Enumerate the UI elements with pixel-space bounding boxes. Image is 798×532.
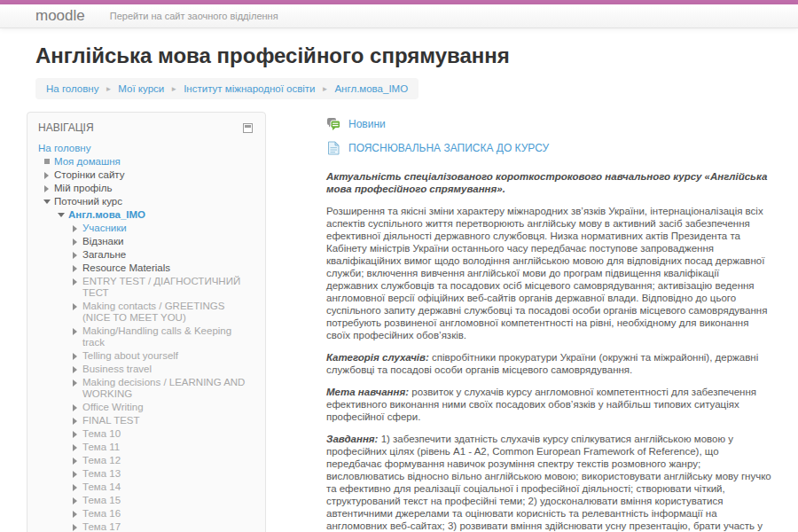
sidebar-item-20[interactable]: Тема 12 xyxy=(38,454,254,467)
sidebar-item-9[interactable]: Resource Materials xyxy=(38,262,254,275)
sidebar: НАВІГАЦІЯ На головнуМоя домашняСторінки … xyxy=(27,112,266,532)
paragraph-lead: Мета навчання: xyxy=(326,387,409,397)
expand-toggle-icon[interactable] xyxy=(72,364,82,375)
breadcrumb: На головну►Мої курси►Інститут міжнародно… xyxy=(35,78,419,99)
expand-toggle-icon[interactable] xyxy=(72,350,82,362)
sidebar-item-label: Making contacts / GREETINGS (NICE TO MEE… xyxy=(82,301,254,324)
news-forum-row: Новини xyxy=(326,117,771,131)
sidebar-item-7[interactable]: Відзнаки xyxy=(38,235,254,248)
sidebar-item-label: Загальне xyxy=(82,249,126,261)
sidebar-item-21[interactable]: Тема 13 xyxy=(38,467,254,481)
syllabus-page-link[interactable]: ПОЯСНЮВАЛЬНА ЗАПИСКА ДО КУРСУ xyxy=(348,142,549,154)
expand-toggle-icon[interactable] xyxy=(72,236,82,247)
breadcrumb-course[interactable]: Англ.мова_IMO xyxy=(334,83,408,94)
sidebar-item-label: Моя домашня xyxy=(54,156,121,168)
page-container: Англійська мова професійного спрямування… xyxy=(0,43,798,532)
sidebar-item-label: Resource Materials xyxy=(82,262,170,274)
sidebar-item-23[interactable]: Тема 15 xyxy=(38,494,254,507)
expand-toggle-icon[interactable] xyxy=(72,468,82,480)
sidebar-item-label: Making decisions / LEARNING AND WORKING xyxy=(82,377,254,400)
sidebar-item-4[interactable]: Поточний курс xyxy=(38,195,254,208)
news-forum-link[interactable]: Новини xyxy=(348,118,386,130)
sidebar-item-8[interactable]: Загальне xyxy=(38,248,254,262)
item-bullet-icon[interactable] xyxy=(43,156,54,168)
expand-toggle-icon[interactable] xyxy=(72,325,82,348)
sidebar-item-label: FINAL TEST xyxy=(82,415,140,426)
sidebar-item-label: Business travel xyxy=(82,364,152,375)
sidebar-item-14[interactable]: Business travel xyxy=(38,363,254,376)
expand-toggle-icon[interactable] xyxy=(43,169,54,181)
moodle-logo[interactable]: moodle xyxy=(35,7,85,25)
course-paragraph: Мета навчання: розвиток у слухачів курсу… xyxy=(326,386,771,423)
expand-toggle-icon[interactable] xyxy=(72,508,82,520)
course-paragraph: Категорія слухачів: співробітники прокур… xyxy=(326,351,771,376)
sidebar-item-label: Тема 13 xyxy=(82,468,121,480)
sidebar-item-16[interactable]: Office Writing xyxy=(38,401,254,414)
sidebar-item-24[interactable]: Тема 16 xyxy=(38,507,254,520)
breadcrumb-home[interactable]: На головну xyxy=(46,83,98,94)
expand-toggle-icon[interactable] xyxy=(72,301,82,324)
sidebar-item-1[interactable]: Моя домашня xyxy=(38,155,254,168)
sidebar-item-label: Making/Handling calls & Keeping track xyxy=(82,325,254,348)
sidebar-item-17[interactable]: FINAL TEST xyxy=(38,414,254,427)
expand-toggle-icon[interactable] xyxy=(72,455,82,466)
sidebar-item-label: Тема 17 xyxy=(82,521,121,532)
sidebar-item-18[interactable]: Тема 10 xyxy=(38,427,254,441)
expand-toggle-icon[interactable] xyxy=(72,223,82,234)
sidebar-item-label: Мій профіль xyxy=(54,183,113,194)
expand-toggle-icon[interactable] xyxy=(72,481,82,493)
expand-toggle-icon[interactable] xyxy=(72,495,82,506)
collapse-toggle-icon[interactable] xyxy=(43,196,54,207)
sidebar-item-label: Поточний курс xyxy=(54,196,122,207)
navigation-block-header: НАВІГАЦІЯ xyxy=(38,121,254,134)
expand-toggle-icon[interactable] xyxy=(72,262,82,274)
dock-block-icon[interactable] xyxy=(243,123,253,133)
expand-toggle-icon[interactable] xyxy=(72,402,82,413)
expand-toggle-icon[interactable] xyxy=(72,521,82,532)
expand-toggle-icon[interactable] xyxy=(72,415,82,426)
expand-toggle-icon[interactable] xyxy=(72,249,82,261)
expand-toggle-icon[interactable] xyxy=(72,428,82,440)
expand-toggle-icon[interactable] xyxy=(43,183,54,194)
breadcrumb-category[interactable]: Інститут міжнародної освіти xyxy=(184,83,315,94)
sidebar-item-label: Тема 11 xyxy=(82,442,120,453)
sidebar-item-19[interactable]: Тема 11 xyxy=(38,441,254,454)
content-layout: НАВІГАЦІЯ На головнуМоя домашняСторінки … xyxy=(27,112,771,532)
sidebar-item-label: Тема 10 xyxy=(82,428,121,440)
sidebar-item-11[interactable]: Making contacts / GREETINGS (NICE TO MEE… xyxy=(38,300,254,325)
page-icon xyxy=(326,141,340,155)
sidebar-item-6[interactable]: Учасники xyxy=(38,222,254,235)
expand-toggle-icon[interactable] xyxy=(72,442,82,453)
sidebar-item-label: Учасники xyxy=(82,223,127,234)
course-paragraph: Розширення та якісні зміни характеру між… xyxy=(326,205,771,341)
external-site-link[interactable]: Перейти на сайт заочного відділення xyxy=(110,11,278,21)
course-summary-text: Актуальність спеціалізованого короткостр… xyxy=(326,170,771,532)
sidebar-item-22[interactable]: Тема 14 xyxy=(38,481,254,494)
sidebar-item-label: Тема 16 xyxy=(82,508,121,520)
sidebar-item-2[interactable]: Сторінки сайту xyxy=(38,168,254,182)
sidebar-item-label: Office Writing xyxy=(82,402,144,413)
breadcrumb-my-courses[interactable]: Мої курси xyxy=(118,83,164,94)
sidebar-item-label: ENTRY TEST / ДІАГНОСТИЧНИЙ ТЕСТ xyxy=(82,276,254,299)
expand-toggle-icon[interactable] xyxy=(72,377,82,400)
sidebar-item-3[interactable]: Мій профіль xyxy=(38,182,254,195)
sidebar-item-15[interactable]: Making decisions / LEARNING AND WORKING xyxy=(38,376,254,401)
course-main-content: Новини ПОЯСНЮВАЛЬНА ЗАПИСКА ДО КУРСУ Акт… xyxy=(291,112,771,532)
sidebar-item-0[interactable]: На головну xyxy=(38,142,254,155)
page-title: Англійська мова професійного спрямування xyxy=(35,43,771,68)
sidebar-item-25[interactable]: Тема 17 xyxy=(38,520,254,532)
sidebar-item-label: Англ.мова_IMO xyxy=(68,209,145,221)
course-paragraph: Завдання: 1) забезпечити здатність слуха… xyxy=(326,433,771,532)
sidebar-item-12[interactable]: Making/Handling calls & Keeping track xyxy=(38,325,254,349)
sidebar-item-label: Відзнаки xyxy=(82,236,123,247)
expand-toggle-icon[interactable] xyxy=(72,276,82,299)
paragraph-lead: Категорія слухачів: xyxy=(326,352,429,363)
syllabus-page-row: ПОЯСНЮВАЛЬНА ЗАПИСКА ДО КУРСУ xyxy=(326,141,771,155)
sidebar-item-5[interactable]: Англ.мова_IMO xyxy=(38,208,254,222)
sidebar-item-13[interactable]: Telling about yourself xyxy=(38,349,254,363)
sidebar-item-label: На головну xyxy=(38,143,90,154)
sidebar-item-label: Тема 12 xyxy=(82,455,121,466)
collapse-toggle-icon[interactable] xyxy=(58,209,68,221)
sidebar-item-label: Сторінки сайту xyxy=(54,169,125,181)
sidebar-item-10[interactable]: ENTRY TEST / ДІАГНОСТИЧНИЙ ТЕСТ xyxy=(38,275,254,300)
